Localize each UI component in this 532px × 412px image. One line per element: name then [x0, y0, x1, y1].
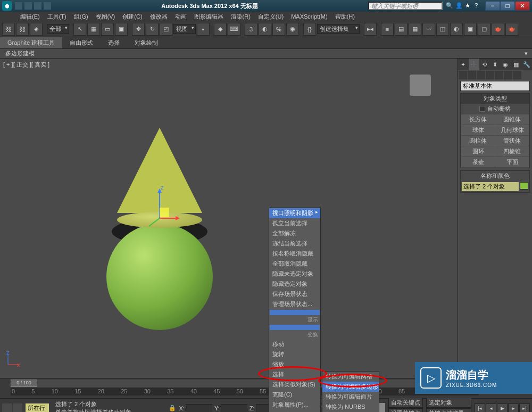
primitive-button[interactable]: 圆柱体 [461, 136, 495, 146]
angle-snap-icon[interactable]: ◐ [259, 23, 271, 36]
selection-filter-dropdown[interactable]: 全部 [47, 24, 69, 34]
move-icon[interactable]: ✥ [132, 23, 145, 36]
manip-icon[interactable]: ◆ [214, 23, 227, 36]
ctx-sub-item[interactable]: 转换为 NURBS [322, 402, 379, 412]
help-search-input[interactable] [368, 2, 443, 10]
menu-动画[interactable]: 动画 [172, 12, 190, 21]
ctx-item[interactable]: 缩放 [269, 359, 320, 369]
menu-图形编辑器[interactable]: 图形编辑器 [191, 12, 227, 21]
ctx-item[interactable]: 隐藏未选定对象 [269, 269, 320, 279]
primitive-button[interactable]: 四棱锥 [495, 146, 529, 156]
ctx-item[interactable]: 隐藏选定对象 [269, 279, 320, 289]
pivot-icon[interactable]: ▪ [197, 23, 210, 36]
menu-创建(C)[interactable]: 创建(C) [119, 12, 145, 21]
objtype-rollout-header[interactable]: 对象类型 [461, 94, 529, 104]
menu-修改器[interactable]: 修改器 [147, 12, 171, 21]
primitive-button[interactable]: 管状体 [495, 136, 529, 146]
editset-icon[interactable]: {} [303, 23, 316, 36]
curve-icon[interactable]: 〰 [422, 23, 435, 36]
menu-MAXScript(M)[interactable]: MAXScript(M) [288, 13, 330, 20]
goto-start-icon[interactable]: |◂ [475, 403, 485, 413]
mirror-icon[interactable]: ▸◂ [364, 23, 377, 36]
ctx-item[interactable]: 保存场景状态 [269, 289, 320, 299]
layer-icon[interactable]: ▤ [395, 23, 408, 36]
category-dropdown[interactable]: 标准基本体 [460, 81, 530, 91]
primitive-button[interactable]: 球体 [461, 125, 495, 135]
ctx-item[interactable]: 旋转 [269, 349, 320, 359]
close-button[interactable]: ✕ [515, 1, 530, 11]
help-icon[interactable]: ? [475, 2, 482, 10]
coord-input[interactable] [221, 404, 247, 413]
prev-frame-icon[interactable]: ◂ [486, 403, 496, 413]
sub-lights-icon[interactable] [477, 71, 485, 79]
ctx-item[interactable]: 对象属性(P)... [269, 400, 320, 410]
snap-3-icon[interactable]: 3 [245, 23, 257, 36]
panel-display-icon[interactable]: ▦ [511, 59, 521, 70]
sub-systems-icon[interactable] [513, 71, 521, 79]
render-setup-icon[interactable]: ▣ [464, 23, 477, 36]
menu-组(G)[interactable]: 组(G) [71, 12, 92, 21]
object-name-input[interactable]: 选择了 2 个对象 [462, 182, 519, 191]
maximize-button[interactable]: □ [500, 1, 515, 11]
time-slider-thumb[interactable]: 0 / 100 [11, 380, 37, 387]
ribbon-tab[interactable]: 对象绘制 [127, 37, 165, 48]
ctx-item[interactable]: 按名称取消隐藏 [269, 249, 320, 259]
ctx-item[interactable]: 选择类似对象(S) [269, 380, 320, 390]
ctx-sub-item[interactable]: 转换为可编辑多边形 [322, 382, 379, 392]
search-icon[interactable]: 🔍 [446, 2, 453, 10]
sub-cameras-icon[interactable] [486, 71, 494, 79]
menu-自定义(U)[interactable]: 自定义(U) [255, 12, 287, 21]
ctx-item[interactable]: 曲线编辑器 [269, 410, 320, 412]
app-logo[interactable]: ⬢ [2, 1, 12, 11]
panel-tools-icon[interactable]: ✦ [458, 59, 469, 70]
panel-modify-icon[interactable]: ⟲ [479, 59, 490, 70]
panel-hierarchy-icon[interactable]: ⬍ [490, 59, 501, 70]
next-frame-icon[interactable]: ▸ [508, 403, 519, 413]
align-icon[interactable]: ≡ [381, 23, 394, 36]
ctx-item[interactable]: 全部取消隐藏 [269, 259, 320, 269]
ctx-item[interactable]: 管理场景状态... [269, 299, 320, 309]
material-icon[interactable]: ◐ [450, 23, 463, 36]
autogrid-checkbox[interactable] [479, 106, 485, 112]
percent-snap-icon[interactable]: % [272, 23, 285, 36]
ctx-sub-item[interactable]: 转换为可编辑面片 [322, 392, 379, 402]
timeline-ruler[interactable]: 0510152025303540455055606570758085909510… [11, 388, 479, 395]
namecolor-rollout-header[interactable]: 名称和颜色 [461, 171, 529, 181]
unlink-icon[interactable]: ⛓ [16, 23, 29, 36]
script-ed-icon[interactable] [13, 403, 22, 413]
ctx-sub-item[interactable]: 转换为可编辑网格 [322, 372, 379, 382]
color-swatch[interactable] [520, 182, 528, 189]
coord-input[interactable] [186, 404, 212, 413]
signin-icon[interactable]: 👤 [455, 2, 463, 10]
keyfilter-button[interactable]: 关键点过滤器... [426, 408, 471, 412]
panel-create-icon[interactable]: ➕ [469, 59, 479, 70]
ctx-item[interactable]: 全部解冻 [269, 228, 320, 238]
selset-dropdown[interactable]: 选定对象 [426, 398, 471, 408]
scale-icon[interactable]: ◰ [160, 23, 172, 36]
view-cube[interactable] [410, 75, 431, 96]
setkey-button[interactable]: 设置关键点 [388, 408, 423, 412]
bind-icon[interactable]: ◈ [30, 23, 43, 36]
star-icon[interactable]: ★ [465, 2, 472, 10]
viewport[interactable]: [ + ][ 正交 ][ 真实 ] y z zx 视口照明和阴影孤立当前选择全部… [0, 59, 458, 378]
autokey-button[interactable]: 自动关键点 [388, 398, 423, 408]
link-icon[interactable]: ⛓ [2, 23, 15, 36]
menu-帮助(H)[interactable]: 帮助(H) [332, 12, 358, 21]
primitive-button[interactable]: 茶壶 [461, 157, 495, 167]
explorer-icon[interactable]: ▦ [409, 23, 421, 36]
ribbon-sub-label[interactable]: 多边形建模 [5, 50, 35, 57]
ribbon-expand-icon[interactable]: ▾ [525, 50, 528, 57]
primitive-button[interactable]: 圆环 [461, 146, 495, 156]
schematic-icon[interactable]: ◫ [436, 23, 449, 36]
rect-select-icon[interactable]: ▭ [101, 23, 114, 36]
viewport-label[interactable]: [ + ][ 正交 ][ 真实 ] [3, 61, 49, 69]
lock-icon[interactable]: 🔒 [169, 405, 176, 411]
ribbon-tab[interactable]: 选择 [101, 37, 127, 48]
script-mini-icon[interactable] [2, 403, 12, 413]
ctx-item[interactable]: 冻结当前选择 [269, 238, 320, 249]
tb-undo-icon[interactable] [34, 2, 41, 10]
menu-视图(V)[interactable]: 视图(V) [93, 12, 119, 21]
ribbon-tab[interactable]: 自由形式 [62, 37, 101, 48]
spinner-snap-icon[interactable]: ◉ [286, 23, 299, 36]
ctx-item[interactable]: 移动 [269, 339, 320, 349]
